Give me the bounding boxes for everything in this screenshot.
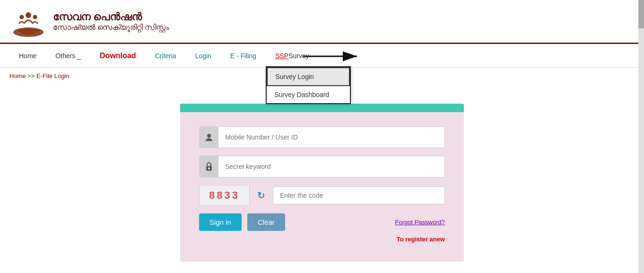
svg-point-1 (26, 12, 31, 18)
button-row: Sign in Clear Forgot Password? (199, 213, 445, 231)
survey-dashboard-label: Survey Dashboard (274, 91, 329, 98)
main-content: E-File Login (0, 84, 644, 262)
nav-download[interactable]: Download (90, 45, 145, 67)
signin-button[interactable]: Sign in (199, 213, 242, 231)
nav-criteria[interactable]: Criteria (146, 45, 186, 66)
forgot-password-link[interactable]: Forgot Password? (395, 219, 445, 226)
login-container: 8833 ↻ Sign in Clear Forgot Password? To… (180, 104, 464, 262)
clear-button[interactable]: Clear (247, 213, 285, 231)
breadcrumb-home[interactable]: Home (9, 72, 26, 79)
logo-icon (9, 5, 47, 38)
register-text: To register anew (199, 236, 445, 243)
survey-dropdown: Survey Login Survey Dashboard (266, 66, 351, 104)
nav-others[interactable]: Others _ (46, 45, 90, 66)
svg-point-6 (207, 134, 211, 138)
password-input[interactable] (218, 158, 444, 175)
username-group (199, 126, 445, 148)
lock-icon (200, 156, 218, 177)
captcha-value: 8833 (199, 185, 250, 206)
user-icon (200, 127, 218, 148)
captcha-row: 8833 ↻ (199, 185, 445, 206)
logo-text: സേവന പെൻഷൻ സോഷ്യൽ സെക്യൂരിറ്റി സിസ്റ്റം (53, 11, 169, 32)
login-header-bar (180, 104, 464, 112)
captcha-input[interactable] (273, 186, 445, 204)
breadcrumb-current[interactable]: E-File Login (36, 72, 69, 79)
ssp-survey-label[interactable]: SSPSurvey (266, 45, 319, 66)
nav-bar: Home Others _ Download Criteria Login E … (0, 44, 644, 68)
logo-area: സേവന പെൻഷൻ സോഷ്യൽ സെക്യൂരിറ്റി സിസ്റ്റം (9, 5, 169, 38)
username-input[interactable] (218, 129, 444, 146)
nav-efiling[interactable]: E - Filing (221, 45, 266, 66)
header: സേവന പെൻഷൻ സോഷ്യൽ സെക്യൂരിറ്റി സിസ്റ്റം (0, 0, 644, 44)
scrollbar[interactable] (638, 0, 644, 262)
survey-dashboard-item[interactable]: Survey Dashboard (267, 86, 350, 103)
password-group (199, 156, 445, 177)
captcha-refresh-button[interactable]: ↻ (257, 190, 265, 201)
logo-subtitle: സോഷ്യൽ സെക്യൂരിറ്റി സിസ്റ്റം (53, 23, 169, 32)
scrollbar-thumb[interactable] (638, 0, 644, 28)
ssp-survey-menu[interactable]: SSPSurvey Survey Login Survey Dashboard (266, 45, 319, 66)
survey-login-item[interactable]: Survey Login (267, 67, 350, 86)
breadcrumb-separator: >> (27, 72, 36, 79)
nav-home[interactable]: Home (9, 45, 46, 66)
login-form: 8833 ↻ Sign in Clear Forgot Password? To… (180, 112, 464, 252)
svg-point-2 (20, 15, 24, 19)
nav-login[interactable]: Login (186, 45, 221, 66)
survey-label: Survey (288, 52, 309, 60)
survey-login-label: Survey Login (275, 73, 314, 80)
svg-point-3 (33, 15, 37, 19)
svg-point-8 (208, 167, 210, 169)
logo-title: സേവന പെൻഷൻ (53, 11, 169, 23)
ssp-label: SSP (275, 52, 288, 60)
